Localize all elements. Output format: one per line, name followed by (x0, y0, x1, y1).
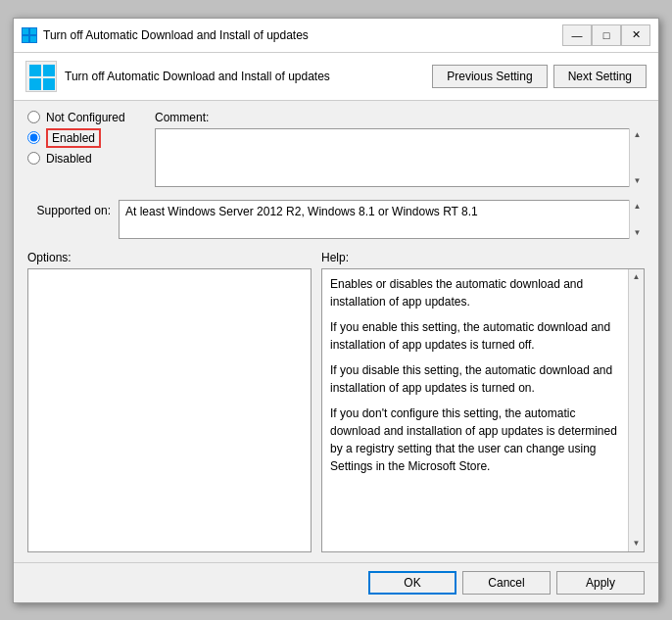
supported-text: At least Windows Server 2012 R2, Windows… (125, 205, 478, 218)
options-label: Options: (27, 251, 312, 264)
help-para-3: If you disable this setting, the automat… (330, 361, 622, 397)
footer: OK Cancel Apply (14, 562, 658, 602)
header-section: Turn off Automatic Download and Install … (14, 53, 658, 101)
title-bar-left: Turn off Automatic Download and Install … (22, 27, 309, 43)
not-configured-label: Not Configured (46, 111, 125, 124)
close-button[interactable]: ✕ (621, 24, 650, 46)
help-section: Help: Enables or disables the automatic … (321, 251, 645, 552)
header-left: Turn off Automatic Download and Install … (25, 61, 330, 92)
top-row: Not Configured Enabled Disabled Comment:… (27, 111, 645, 190)
svg-rect-6 (29, 78, 41, 90)
comment-textarea[interactable] (155, 128, 645, 187)
scroll-down-arrow: ▼ (634, 176, 642, 185)
enabled-label: Enabled (46, 128, 101, 148)
scroll-up-arrow: ▲ (634, 130, 642, 139)
header-buttons: Previous Setting Next Setting (432, 65, 647, 88)
minimize-button[interactable]: — (562, 24, 592, 46)
options-box (27, 268, 312, 552)
next-setting-button[interactable]: Next Setting (553, 65, 647, 88)
svg-rect-2 (23, 36, 28, 42)
enabled-radio[interactable] (27, 131, 40, 144)
comment-scrollbar: ▲ ▼ (629, 128, 645, 187)
help-para-2: If you enable this setting, the automati… (330, 318, 622, 354)
help-label: Help: (321, 251, 645, 264)
title-icon (22, 27, 37, 43)
maximize-button[interactable]: □ (592, 24, 621, 46)
cancel-button[interactable]: Cancel (462, 571, 551, 595)
disabled-option[interactable]: Disabled (27, 152, 145, 166)
svg-rect-4 (29, 65, 41, 76)
ok-button[interactable]: OK (368, 571, 456, 595)
comment-label: Comment: (155, 111, 645, 124)
svg-rect-3 (30, 36, 36, 42)
svg-rect-5 (43, 65, 55, 76)
supported-scrollbar: ▲ ▼ (629, 200, 645, 239)
help-box: Enables or disables the automatic downlo… (321, 268, 645, 552)
header-icon (25, 61, 57, 92)
not-configured-radio[interactable] (27, 111, 40, 123)
disabled-label: Disabled (46, 152, 92, 166)
svg-rect-0 (23, 28, 28, 34)
help-scrollbar: ▲ ▼ (628, 269, 644, 551)
enabled-option[interactable]: Enabled (27, 128, 145, 148)
svg-rect-7 (43, 78, 55, 90)
not-configured-option[interactable]: Not Configured (27, 111, 145, 124)
supported-scroll-up: ▲ (634, 202, 642, 211)
dialog: Turn off Automatic Download and Install … (13, 18, 659, 603)
radio-group: Not Configured Enabled Disabled (27, 111, 145, 166)
help-scroll-up: ▲ (633, 271, 641, 283)
help-para-1: Enables or disables the automatic downlo… (330, 275, 622, 310)
help-content: Enables or disables the automatic downlo… (330, 275, 622, 475)
title-bar-text: Turn off Automatic Download and Install … (43, 28, 309, 42)
apply-button[interactable]: Apply (556, 571, 645, 595)
previous-setting-button[interactable]: Previous Setting (432, 65, 547, 88)
svg-rect-1 (30, 28, 36, 34)
supported-scroll-down: ▼ (634, 228, 642, 237)
title-bar: Turn off Automatic Download and Install … (14, 19, 658, 53)
supported-value: At least Windows Server 2012 R2, Windows… (119, 200, 645, 239)
help-para-4: If you don't configure this setting, the… (330, 405, 622, 475)
disabled-radio[interactable] (27, 152, 40, 165)
supported-label: Supported on: (27, 200, 111, 217)
supported-row: Supported on: At least Windows Server 20… (27, 200, 645, 239)
options-help-row: Options: Help: Enables or disables the a… (27, 251, 645, 552)
help-scroll-down: ▼ (633, 538, 641, 549)
options-section: Options: (27, 251, 312, 552)
comment-section: Comment: ▲ ▼ (155, 111, 645, 190)
header-title: Turn off Automatic Download and Install … (65, 70, 330, 83)
title-controls: — □ ✕ (562, 24, 650, 46)
content: Not Configured Enabled Disabled Comment:… (14, 101, 658, 562)
